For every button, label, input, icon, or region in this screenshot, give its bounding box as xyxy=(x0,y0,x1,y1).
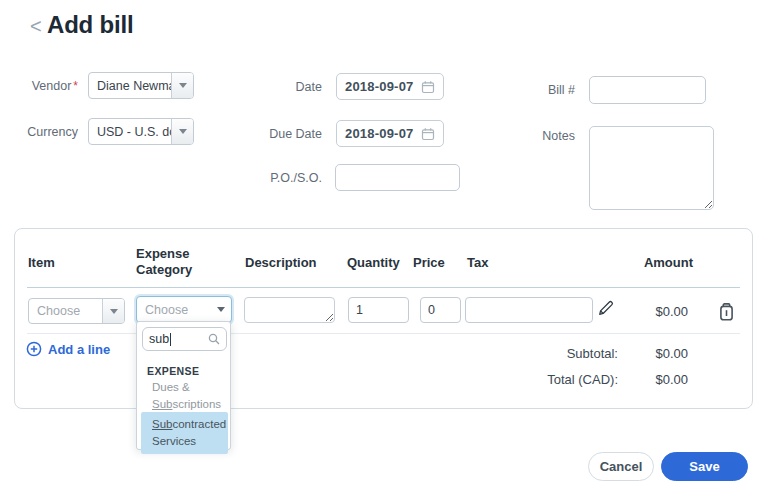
category-search-value: sub xyxy=(149,332,169,346)
line-amount: $0.00 xyxy=(601,304,688,319)
currency-select-value: USD - U.S. dollar xyxy=(89,119,171,144)
plus-circle-icon xyxy=(26,341,42,357)
delete-line-trash-icon[interactable] xyxy=(717,302,736,322)
subtotal-value: $0.00 xyxy=(575,346,688,361)
column-header-item: Item xyxy=(28,255,55,271)
column-header-amount: Amount xyxy=(601,255,693,271)
expense-category-placeholder: Choose xyxy=(137,297,211,322)
currency-label: Currency xyxy=(0,125,78,139)
row-divider xyxy=(27,333,740,334)
option-match-text: Sub xyxy=(152,418,172,430)
due-date-input[interactable]: 2018-09-07 xyxy=(336,120,444,147)
column-header-quantity: Quantity xyxy=(347,255,400,271)
add-line-label: Add a line xyxy=(48,342,110,357)
dropdown-option-dues-subscriptions[interactable]: Dues & Subscriptions xyxy=(152,379,226,412)
notes-textarea[interactable] xyxy=(589,126,714,210)
required-asterisk: * xyxy=(73,79,78,93)
column-header-tax: Tax xyxy=(467,255,488,271)
text-cursor xyxy=(170,333,171,346)
bill-number-label: Bill # xyxy=(495,83,575,97)
add-bill-page: < Add bill Vendor* Diane Newman Currency… xyxy=(0,0,768,490)
total-value: $0.00 xyxy=(575,372,688,387)
po-so-label: P.O./S.O. xyxy=(232,171,322,185)
item-select-placeholder: Choose xyxy=(29,299,102,323)
category-search-input[interactable]: sub xyxy=(142,327,227,351)
vendor-label-text: Vendor xyxy=(32,79,72,93)
currency-select[interactable]: USD - U.S. dollar xyxy=(88,118,194,145)
chevron-down-icon xyxy=(171,119,193,144)
cancel-button[interactable]: Cancel xyxy=(588,452,654,481)
date-input[interactable]: 2018-09-07 xyxy=(336,73,444,100)
due-date-value: 2018-09-07 xyxy=(345,126,414,141)
header-divider xyxy=(27,287,740,288)
back-chevron-icon[interactable]: < xyxy=(30,15,42,38)
price-input[interactable] xyxy=(420,297,461,323)
column-header-category: Expense Category xyxy=(136,246,198,279)
po-so-input[interactable] xyxy=(335,164,460,191)
option-match-text: Sub xyxy=(152,398,172,410)
dropdown-group-expense: EXPENSE xyxy=(147,365,199,377)
due-date-label: Due Date xyxy=(232,127,322,141)
date-label: Date xyxy=(232,80,322,94)
tax-input[interactable] xyxy=(465,297,593,323)
expense-category-dropdown: sub EXPENSE Dues & Subscriptions Subcont… xyxy=(136,321,231,450)
calendar-icon[interactable] xyxy=(421,127,435,141)
column-header-description: Description xyxy=(245,255,317,271)
option-text: Dues & xyxy=(152,381,190,393)
chevron-down-icon xyxy=(102,299,124,323)
quantity-input[interactable] xyxy=(348,297,409,323)
vendor-select-value: Diane Newman xyxy=(89,73,171,98)
column-header-price: Price xyxy=(413,255,445,271)
line-items-card: Item Expense Category Description Quanti… xyxy=(14,228,753,409)
search-icon xyxy=(208,333,220,345)
add-line-button[interactable]: Add a line xyxy=(26,341,110,357)
bill-number-input[interactable] xyxy=(589,76,706,104)
date-value: 2018-09-07 xyxy=(345,79,414,94)
notes-label: Notes xyxy=(495,129,575,143)
chevron-down-icon xyxy=(211,297,231,322)
vendor-label: Vendor* xyxy=(0,79,78,93)
option-text: scriptions xyxy=(172,398,221,410)
description-textarea[interactable] xyxy=(244,297,335,323)
page-title: Add bill xyxy=(47,11,133,39)
calendar-icon[interactable] xyxy=(421,80,435,94)
expense-category-select[interactable]: Choose xyxy=(136,296,232,323)
save-button[interactable]: Save xyxy=(661,452,748,481)
vendor-select[interactable]: Diane Newman xyxy=(88,72,194,99)
item-select[interactable]: Choose xyxy=(28,298,125,324)
chevron-down-icon xyxy=(171,73,193,98)
dropdown-option-subcontracted-services[interactable]: Subcontracted Services xyxy=(141,412,228,454)
